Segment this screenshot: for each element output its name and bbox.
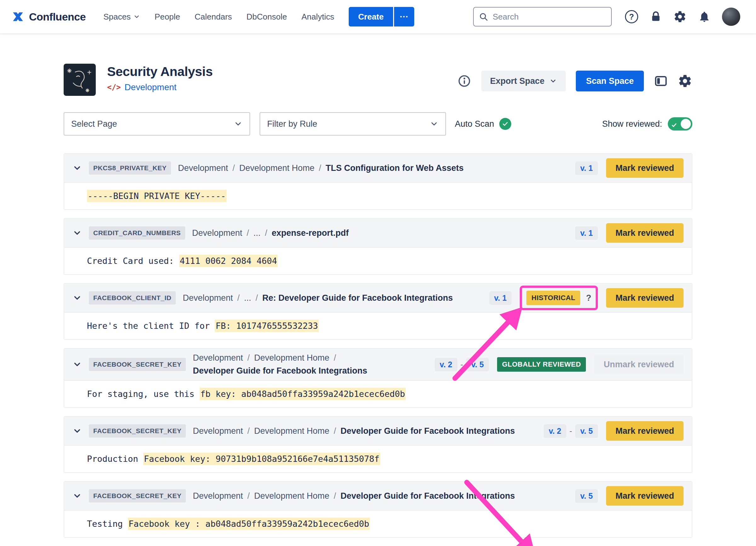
chevron-down-icon bbox=[234, 119, 243, 128]
version-badge[interactable]: v. 5 bbox=[575, 489, 598, 503]
select-page-dropdown[interactable]: Select Page bbox=[64, 112, 250, 135]
version-badges: v. 1 bbox=[575, 226, 598, 240]
review-action-button[interactable]: Mark reviewed bbox=[606, 288, 684, 308]
space-avatar bbox=[64, 64, 96, 96]
confluence-logo[interactable]: Confluence bbox=[11, 10, 86, 23]
filter-rule-dropdown[interactable]: Filter by Rule bbox=[260, 112, 446, 135]
breadcrumb-parent[interactable]: Development Home bbox=[254, 426, 329, 436]
breadcrumb-page[interactable]: Developer Guide for Facebook Integration… bbox=[193, 366, 367, 376]
breadcrumb-parent[interactable]: Development bbox=[192, 228, 242, 238]
settings-gear-icon[interactable] bbox=[673, 10, 687, 23]
finding-card: FACEBOOK_SECRET_KEY Development/Developm… bbox=[64, 348, 692, 408]
finding-content: For staging, use this fb key: ab048ad50f… bbox=[64, 380, 692, 407]
version-badges: v. 5 bbox=[575, 489, 598, 503]
finding-header: CREDIT_CARD_NUMBERS Development/.../expe… bbox=[64, 219, 692, 247]
breadcrumb-page[interactable]: Developer Guide for Facebook Integration… bbox=[341, 491, 515, 501]
breadcrumb: Development/.../Re: Developer Guide for … bbox=[183, 293, 482, 303]
content-text: Testing bbox=[87, 519, 128, 529]
findings-list: PKCS8_PRIVATE_KEY Development/Developmen… bbox=[64, 153, 692, 546]
lock-icon[interactable] bbox=[650, 10, 662, 23]
finding-actions: v. 1 HISTORICAL?Mark reviewed bbox=[489, 288, 684, 308]
notifications-bell-icon[interactable] bbox=[698, 10, 711, 23]
collapse-chevron-icon[interactable] bbox=[72, 426, 82, 436]
content-text: Production bbox=[87, 454, 143, 464]
nav-people[interactable]: People bbox=[155, 12, 180, 22]
collapse-chevron-icon[interactable] bbox=[72, 163, 82, 173]
review-action-button[interactable]: Mark reviewed bbox=[606, 223, 684, 243]
breadcrumb: Development/Development Home/TLS Configu… bbox=[178, 163, 568, 173]
finding-actions: v. 5 Mark reviewed bbox=[575, 486, 684, 506]
version-badge[interactable]: v. 2 bbox=[544, 424, 566, 438]
confluence-logo-icon bbox=[11, 10, 25, 23]
version-badge[interactable]: v. 5 bbox=[466, 358, 489, 371]
nav-dbconsole[interactable]: DbConsole bbox=[246, 12, 287, 22]
highlighted-secret: fb key: ab048ad50ffa33959a242b1ecec6ed0b bbox=[200, 388, 406, 400]
show-reviewed-toggle[interactable] bbox=[668, 117, 692, 130]
filter-rule-value: Filter by Rule bbox=[267, 119, 317, 129]
search-box[interactable] bbox=[473, 7, 612, 26]
version-range-dash: - bbox=[461, 360, 463, 369]
select-page-value: Select Page bbox=[71, 119, 117, 129]
version-badge[interactable]: v. 1 bbox=[575, 226, 598, 240]
info-icon[interactable] bbox=[457, 74, 471, 88]
help-icon[interactable]: ? bbox=[586, 293, 591, 303]
breadcrumb-parent[interactable]: Development Home bbox=[254, 353, 329, 363]
main-content: Security Analysis </> Development Export… bbox=[0, 64, 756, 546]
finding-card: FACEBOOK_SECRET_KEY Development/Developm… bbox=[64, 481, 692, 538]
search-input[interactable] bbox=[492, 12, 606, 22]
finding-header: FACEBOOK_SECRET_KEY Development/Developm… bbox=[64, 349, 692, 380]
finding-content: Here's the client ID for FB: 10174765555… bbox=[64, 312, 692, 339]
create-more-button[interactable]: ··· bbox=[394, 7, 414, 26]
breadcrumb-parent[interactable]: Development bbox=[178, 163, 228, 173]
review-action-button[interactable]: Unmark reviewed bbox=[594, 355, 684, 374]
breadcrumb-parent[interactable]: Development bbox=[183, 293, 233, 303]
historical-badge: HISTORICAL bbox=[526, 291, 580, 305]
version-badges: v. 2-v. 5 bbox=[544, 424, 598, 438]
show-reviewed-label: Show reviewed: bbox=[602, 119, 662, 129]
breadcrumb-separator: / bbox=[334, 353, 336, 363]
breadcrumb-page[interactable]: Developer Guide for Facebook Integration… bbox=[341, 426, 515, 436]
export-space-button[interactable]: Export Space bbox=[481, 71, 566, 91]
space-header: Security Analysis </> Development Export… bbox=[64, 64, 692, 96]
review-action-button[interactable]: Mark reviewed bbox=[606, 486, 684, 506]
breadcrumb-page[interactable]: expense-report.pdf bbox=[272, 228, 349, 238]
highlighted-secret: Facebook key : ab048ad50ffa33959a242b1ec… bbox=[128, 518, 370, 530]
nav-analytics[interactable]: Analytics bbox=[301, 12, 334, 22]
user-avatar[interactable] bbox=[722, 8, 740, 26]
breadcrumb-parent[interactable]: Development bbox=[193, 426, 243, 436]
breadcrumb: Development/.../expense-report.pdf bbox=[192, 228, 568, 238]
create-button[interactable]: Create bbox=[349, 7, 393, 26]
breadcrumb-page[interactable]: Re: Developer Guide for Facebook Integra… bbox=[262, 293, 453, 303]
space-settings-gear-icon[interactable] bbox=[678, 74, 692, 88]
breadcrumb-parent[interactable]: Development bbox=[193, 491, 243, 501]
nav-spaces[interactable]: Spaces bbox=[103, 12, 140, 22]
version-badge[interactable]: v. 1 bbox=[575, 161, 598, 175]
collapse-chevron-icon[interactable] bbox=[72, 228, 82, 238]
chevron-down-icon bbox=[549, 77, 557, 85]
breadcrumb-parent[interactable]: Development bbox=[193, 353, 243, 363]
help-icon[interactable]: ? bbox=[625, 10, 638, 23]
version-badge[interactable]: v. 5 bbox=[575, 424, 598, 438]
review-action-button[interactable]: Mark reviewed bbox=[606, 158, 684, 178]
version-badge[interactable]: v. 2 bbox=[435, 358, 457, 371]
finding-actions: v. 1 Mark reviewed bbox=[575, 223, 684, 243]
board-view-icon[interactable] bbox=[654, 74, 668, 88]
review-action-button[interactable]: Mark reviewed bbox=[606, 421, 684, 441]
breadcrumb-parent[interactable]: ... bbox=[253, 228, 261, 238]
nav-calendars[interactable]: Calendars bbox=[195, 12, 232, 22]
breadcrumb-parent[interactable]: Development Home bbox=[239, 163, 315, 173]
scan-space-button[interactable]: Scan Space bbox=[576, 71, 644, 91]
breadcrumb-separator: / bbox=[237, 293, 240, 303]
breadcrumb-page[interactable]: TLS Configuration for Web Assets bbox=[326, 163, 464, 173]
finding-card: PKCS8_PRIVATE_KEY Development/Developmen… bbox=[64, 153, 692, 210]
version-badges: v. 1 bbox=[575, 161, 598, 175]
chevron-down-icon bbox=[133, 13, 140, 20]
show-reviewed-control: Show reviewed: bbox=[602, 117, 692, 130]
collapse-chevron-icon[interactable] bbox=[72, 491, 82, 501]
breadcrumb-parent[interactable]: ... bbox=[244, 293, 251, 303]
version-badge[interactable]: v. 1 bbox=[489, 291, 512, 305]
space-link[interactable]: Development bbox=[124, 82, 176, 92]
breadcrumb-parent[interactable]: Development Home bbox=[254, 491, 329, 501]
collapse-chevron-icon[interactable] bbox=[72, 293, 82, 303]
collapse-chevron-icon[interactable] bbox=[72, 360, 82, 369]
